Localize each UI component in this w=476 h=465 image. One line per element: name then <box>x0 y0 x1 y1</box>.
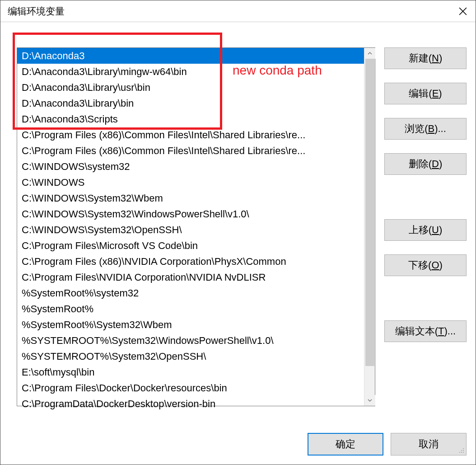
list-item[interactable]: D:\Anaconda3 <box>17 48 364 64</box>
chevron-up-icon <box>368 51 372 56</box>
list-item[interactable]: %SYSTEMROOT%\System32\OpenSSH\ <box>17 348 364 364</box>
list-item[interactable]: C:\WINDOWS\System32\WindowsPowerShell\v1… <box>17 206 364 222</box>
svg-rect-0 <box>463 448 464 449</box>
list-item[interactable]: C:\WINDOWS\System32\OpenSSH\ <box>17 222 364 238</box>
edit-text-button[interactable]: 编辑文本(T)... <box>384 320 467 342</box>
list-item[interactable]: C:\Program Files (x86)\Common Files\Inte… <box>17 143 364 159</box>
list-item[interactable]: E:\soft\mysql\bin <box>17 364 364 380</box>
list-item[interactable]: D:\Anaconda3\Scripts <box>17 111 364 127</box>
resize-grip-icon[interactable] <box>457 446 465 454</box>
list-item[interactable]: C:\Program Files (x86)\Common Files\Inte… <box>17 127 364 143</box>
svg-rect-1 <box>461 450 462 451</box>
list-item[interactable]: %SystemRoot% <box>17 301 364 317</box>
dialog-body: new conda path D:\Anaconda3D:\Anaconda3\… <box>0 22 476 465</box>
path-listbox[interactable]: D:\Anaconda3D:\Anaconda3\Library\mingw-w… <box>17 47 375 406</box>
window-title: 编辑环境变量 <box>8 5 65 18</box>
svg-rect-5 <box>463 452 464 453</box>
list-item[interactable]: %SYSTEMROOT%\System32\WindowsPowerShell\… <box>17 333 364 348</box>
svg-rect-3 <box>459 452 460 453</box>
list-item[interactable]: C:\WINDOWS\System32\Wbem <box>17 190 364 206</box>
svg-rect-4 <box>461 452 462 453</box>
list-item[interactable]: %SystemRoot%\system32 <box>17 285 364 301</box>
list-item[interactable]: D:\Anaconda3\Library\usr\bin <box>17 80 364 95</box>
scroll-down-button[interactable] <box>364 395 375 406</box>
list-item[interactable]: D:\Anaconda3\Library\mingw-w64\bin <box>17 64 364 80</box>
move-up-button[interactable]: 上移(U) <box>384 219 467 241</box>
chevron-down-icon <box>368 398 372 403</box>
close-button[interactable] <box>450 0 476 22</box>
button-column: 新建(N) 编辑(E) 浏览(B)... 删除(D) 上移(U) 下移(O) 编… <box>384 33 467 422</box>
new-button[interactable]: 新建(N) <box>384 47 467 69</box>
content-row: new conda path D:\Anaconda3D:\Anaconda3\… <box>17 33 467 422</box>
list-item[interactable]: C:\Program Files (x86)\NVIDIA Corporatio… <box>17 254 364 269</box>
delete-button[interactable]: 删除(D) <box>384 153 467 175</box>
edit-environment-variable-dialog: 编辑环境变量 new conda path D:\Anaconda3D:\Ana… <box>0 0 476 465</box>
scroll-thumb[interactable] <box>365 59 374 366</box>
browse-button[interactable]: 浏览(B)... <box>384 118 467 140</box>
cancel-button[interactable]: 取消 <box>391 433 467 456</box>
titlebar: 编辑环境变量 <box>0 0 476 22</box>
close-icon <box>459 7 467 15</box>
scroll-up-button[interactable] <box>364 48 375 59</box>
listbox-wrap: new conda path D:\Anaconda3D:\Anaconda3\… <box>17 47 375 422</box>
list-item[interactable]: D:\Anaconda3\Library\bin <box>17 95 364 111</box>
svg-rect-2 <box>463 450 464 451</box>
list-item[interactable]: C:\WINDOWS\system32 <box>17 159 364 174</box>
edit-button[interactable]: 编辑(E) <box>384 83 467 104</box>
scrollbar[interactable] <box>364 48 375 406</box>
footer-row: 确定 取消 <box>17 422 467 456</box>
list-item[interactable]: C:\WINDOWS <box>17 174 364 190</box>
list-item[interactable]: C:\Program Files\Docker\Docker\resources… <box>17 380 364 396</box>
list-item[interactable]: %SystemRoot%\System32\Wbem <box>17 317 364 333</box>
list-item[interactable]: C:\Program Files\NVIDIA Corporation\NVID… <box>17 269 364 285</box>
list-item[interactable]: C:\ProgramData\DockerDesktop\version-bin <box>17 396 364 412</box>
move-down-button[interactable]: 下移(O) <box>384 254 467 276</box>
list-item[interactable]: C:\Program Files\Microsoft VS Code\bin <box>17 238 364 254</box>
ok-button[interactable]: 确定 <box>308 433 383 456</box>
